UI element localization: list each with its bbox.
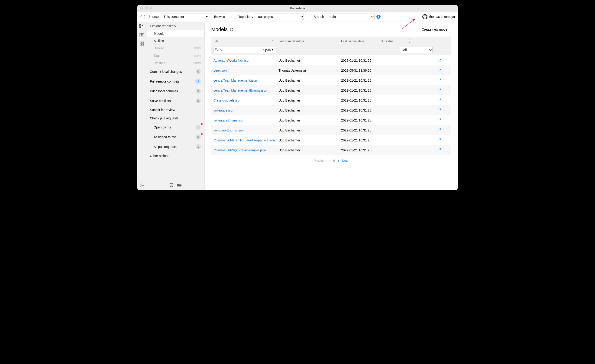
folder-open-icon[interactable] (177, 183, 182, 187)
refresh-icon[interactable] (229, 27, 234, 32)
topbar: { } Source This computer Browse Reposito… (137, 12, 458, 22)
status-filter-select[interactable]: All (400, 47, 432, 53)
compare-icon[interactable] (140, 33, 144, 37)
date-cell: 2022-05-31 13:36:50 (341, 69, 381, 72)
file-link[interactable]: colleague.json (213, 109, 234, 112)
repository-select[interactable]: our-project (255, 13, 304, 20)
col-date[interactable]: Last commit date (339, 37, 378, 45)
author-cell: Ugo Bechameil (278, 138, 341, 142)
page-title: Models (211, 27, 228, 33)
date-cell: 2022-01-21 10:31:25 (341, 148, 381, 152)
settings-icon[interactable] (140, 183, 144, 188)
sidebar-item-stashes: StashesSOON (146, 59, 205, 67)
table-row: companyEnums.json Ugo Bechameil 2022-01-… (211, 125, 451, 135)
open-external-icon[interactable] (438, 68, 442, 72)
source-select[interactable]: This computer (161, 13, 209, 20)
zoom-window-icon[interactable] (149, 7, 152, 9)
svg-point-9 (141, 185, 142, 186)
table-row: centralTeamManagement.json Ugo Bechameil… (211, 75, 451, 85)
file-link[interactable]: beer.json (213, 69, 227, 72)
table-row: Classicmodels.json Ugo Bechameil 2022-01… (211, 95, 451, 105)
sidebar-item-history: HistorySOON (146, 45, 205, 52)
author-cell: Ugo Bechameil (278, 79, 341, 82)
date-cell: 2022-01-21 10:31:25 (341, 109, 381, 112)
branch-icon[interactable] (139, 24, 144, 28)
file-link[interactable]: centralTeamManagement.json (213, 79, 257, 82)
create-new-model-button[interactable]: Create new model (419, 26, 451, 33)
info-icon[interactable]: i (376, 15, 381, 19)
globe-blocked-icon[interactable] (169, 183, 174, 187)
open-external-icon[interactable] (438, 148, 442, 152)
user-account[interactable]: thomas-jakemeyn (422, 14, 455, 19)
svg-line-13 (217, 50, 218, 51)
sidebar-pr-all-pull-requests[interactable]: All pull requests1 (146, 142, 205, 152)
chevron-right-icon[interactable]: › (338, 159, 339, 163)
open-external-icon[interactable] (438, 128, 442, 132)
open-external-icon[interactable] (438, 118, 442, 122)
braces-icon[interactable]: { } (140, 15, 146, 18)
file-link[interactable]: centralTeamManagementEnums.json (213, 89, 267, 92)
author-cell: Ugo Bechameil (278, 109, 341, 112)
branch-label: Branch (313, 15, 324, 19)
svg-rect-8 (142, 44, 143, 45)
sidebar-push-local-commits[interactable]: Push local commits9 (146, 86, 205, 96)
sidebar-submit-for-review[interactable]: Submit for review (146, 106, 205, 114)
sidebar-pull-remote-commits[interactable]: Pull remote commits12 (146, 76, 205, 86)
branch-select[interactable]: main (326, 13, 375, 20)
svg-line-11 (170, 184, 173, 186)
col-file[interactable]: File (211, 37, 276, 45)
file-link[interactable]: Classicmodels.json (213, 98, 241, 102)
sidebar-item-all-files[interactable]: All files (146, 37, 205, 45)
titlebar: Hackolade (137, 5, 458, 12)
table-filters: *.json▼ All (211, 45, 451, 55)
date-cell: 2022-01-21 10:31:25 (341, 128, 381, 132)
date-cell: 2022-01-21 10:31:25 (341, 118, 381, 122)
col-status[interactable]: Git status (378, 37, 413, 45)
file-link[interactable]: Cosmos-DB-SQL-travel-sample.json (213, 148, 266, 152)
sidebar-other-actions[interactable]: Other actions (146, 152, 205, 160)
table-row: colleague.json Ugo Bechameil 2022-01-21 … (211, 105, 451, 115)
svg-point-12 (215, 48, 217, 50)
file-link[interactable]: colleagueEnums.json (213, 118, 244, 122)
sidebar-pr-open-by-me[interactable]: Open by me1 (146, 122, 205, 132)
extension-filter[interactable]: *.json▼ (261, 47, 276, 53)
open-external-icon[interactable] (438, 88, 442, 92)
pager-previous: Previous (314, 159, 326, 163)
svg-rect-7 (140, 44, 141, 45)
sidebar-item-tags: TagsSOON (146, 52, 205, 59)
sidebar-pr-assigned-to-me[interactable]: Assigned to me0 (146, 132, 205, 142)
open-external-icon[interactable] (438, 138, 442, 142)
sidebar-check-pull-requests[interactable]: Check pull requests (146, 114, 205, 122)
sidebar-commit-local-changes[interactable]: Commit local changes0 (146, 67, 205, 76)
date-cell: 2022-01-21 10:31:25 (341, 138, 381, 142)
user-name: thomas-jakemeyn (429, 15, 455, 19)
date-cell: 2022-01-21 10:31:25 (341, 98, 381, 102)
pager-next[interactable]: Next (342, 159, 349, 163)
file-filter-input[interactable] (213, 47, 261, 53)
sidebar-item-models[interactable]: Models (146, 30, 205, 37)
window-title: Hackolade (290, 7, 305, 10)
date-cell: 2022-01-21 10:31:25 (341, 79, 381, 82)
author-cell: Ugo Bechameil (278, 128, 341, 132)
left-rail (137, 22, 146, 190)
svg-rect-6 (142, 42, 143, 43)
file-link[interactable]: companyEnums.json (213, 128, 244, 132)
table-row: AdventureWorks.hck.json Ugo Bechameil 20… (211, 55, 451, 65)
sidebar-solve-conflicts[interactable]: Solve conflicts0 (146, 96, 205, 106)
file-link[interactable]: AdventureWorks.hck.json (213, 59, 250, 62)
open-external-icon[interactable] (438, 98, 442, 102)
pager: Previous ‹ › Next (205, 155, 458, 166)
date-cell: 2022-01-21 10:31:25 (341, 89, 381, 92)
open-external-icon[interactable] (438, 108, 442, 112)
table-header: File Last commit author Last commit date… (211, 37, 451, 45)
open-external-icon[interactable] (438, 78, 442, 82)
browse-button[interactable]: Browse (211, 13, 228, 20)
close-window-icon[interactable] (140, 7, 143, 9)
author-cell: Thomas Jakemeyn (278, 69, 341, 72)
sidebar-section-explore[interactable]: Explore repository (146, 22, 205, 30)
col-author[interactable]: Last commit author (276, 37, 339, 45)
open-external-icon[interactable] (438, 58, 442, 62)
file-link[interactable]: Cosmos-DB-Gremlin-paradise-papers.json (213, 138, 275, 142)
minimize-window-icon[interactable] (145, 7, 148, 9)
grid-icon[interactable] (140, 41, 144, 46)
